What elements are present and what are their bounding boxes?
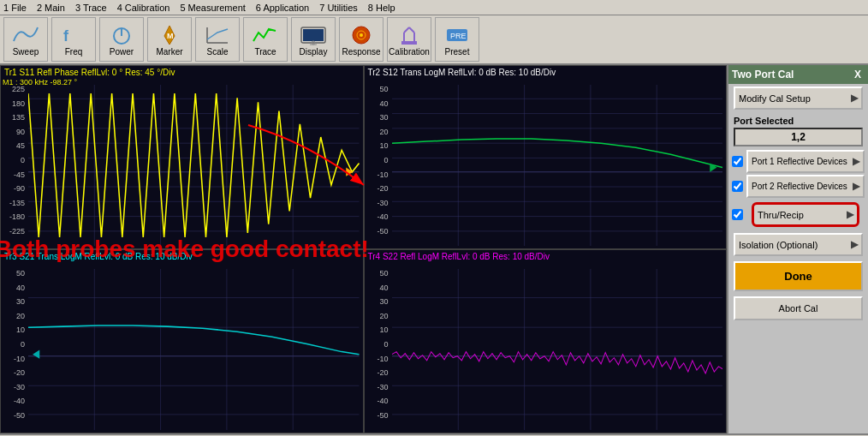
response-button[interactable]: Response — [339, 17, 383, 62]
port2-checkbox-row: Port 2 Reflective Devices ▶ — [732, 175, 865, 198]
calibration-icon — [395, 23, 423, 47]
scale-button[interactable]: Scale — [195, 17, 240, 62]
panel-close-button[interactable]: X — [851, 69, 865, 81]
chart-s12-trans: Tr2 S12 Trans LogM ReflLvl: 0 dB Res: 10… — [364, 65, 728, 249]
svg-marker-31 — [346, 168, 353, 176]
abort-cal-button[interactable]: Abort Cal — [734, 296, 863, 320]
svg-text:M: M — [167, 32, 174, 40]
menu-help[interactable]: 8 Help — [368, 3, 395, 13]
chart-s22-refl: Tr4 S22 Refl LogM ReflLvl: 0 dB Res: 10 … — [364, 249, 728, 433]
svg-rect-14 — [401, 41, 417, 45]
s11-phase-chart — [28, 85, 360, 246]
port2-checkbox[interactable] — [732, 181, 743, 192]
preset-icon: PRE — [443, 23, 471, 47]
chart-tl-title: Tr1 S11 Refl Phase ReflLvl: 0 ° Res: 45 … — [4, 68, 175, 77]
preset-button[interactable]: PRE Preset — [435, 17, 479, 62]
toolbar: Sweep f Freq Power M Marker — [0, 15, 868, 65]
marker-icon: M — [156, 23, 183, 47]
marker-button[interactable]: M Marker — [147, 17, 192, 62]
port1-checkbox[interactable] — [732, 156, 743, 167]
display-icon — [300, 23, 327, 47]
menu-measurement[interactable]: 5 Measurement — [180, 3, 245, 13]
port-selected-label: Port Selected — [734, 116, 863, 126]
power-icon — [108, 23, 135, 47]
port2-reflective-arrow-icon: ▶ — [853, 181, 859, 192]
isolation-button[interactable]: Isolation (Optional) ▶ — [734, 233, 863, 256]
port2-reflective-button[interactable]: Port 2 Reflective Devices ▶ — [746, 175, 865, 198]
chart-s21-trans: Tr3 S21 Trans LogM ReflLvl: 0 dB Res: 10… — [0, 249, 364, 433]
port-selected-value: 1,2 — [734, 128, 863, 146]
done-button[interactable]: Done — [734, 261, 863, 291]
sweep-icon — [12, 23, 39, 47]
s21-chart — [28, 269, 360, 430]
menu-trace[interactable]: 3 Trace — [75, 3, 107, 13]
right-panel: Two Port Cal X Modify Cal Setup ▶ Port S… — [727, 65, 868, 433]
port1-reflective-button[interactable]: Port 1 Reflective Devices ▶ — [746, 150, 865, 173]
thru-recip-button[interactable]: Thru/Recip ▶ — [752, 202, 859, 227]
power-button[interactable]: Power — [99, 17, 144, 62]
menu-bar: 1 File 2 Main 3 Trace 4 Calibration 5 Me… — [0, 0, 868, 15]
port1-checkbox-row: Port 1 Reflective Devices ▶ — [732, 150, 865, 173]
panel-header: Two Port Cal X — [728, 65, 868, 84]
response-icon — [348, 23, 375, 47]
menu-utilities[interactable]: 7 Utilities — [319, 3, 358, 13]
chart-br-title: Tr4 S22 Refl LogM ReflLvl: 0 dB Res: 10 … — [368, 252, 550, 261]
chart-area: Tr1 S11 Refl Phase ReflLvl: 0 ° Res: 45 … — [0, 65, 727, 433]
svg-rect-8 — [303, 29, 324, 41]
menu-calibration[interactable]: 4 Calibration — [117, 3, 170, 13]
svg-marker-56 — [33, 350, 39, 359]
port1-reflective-arrow-icon: ▶ — [853, 156, 859, 167]
s12-chart — [392, 85, 723, 246]
menu-application[interactable]: 6 Application — [256, 3, 309, 13]
isolation-arrow-icon: ▶ — [851, 239, 858, 250]
trace-icon — [252, 23, 279, 47]
display-button[interactable]: Display — [291, 17, 336, 62]
calibration-button[interactable]: Calibration — [387, 17, 431, 62]
svg-text:PRE: PRE — [450, 32, 467, 40]
trace-button[interactable]: Trace — [243, 17, 288, 62]
modify-cal-setup-button[interactable]: Modify Cal Setup ▶ — [734, 87, 863, 110]
panel-title: Two Port Cal — [732, 69, 794, 81]
chart-s11-phase: Tr1 S11 Refl Phase ReflLvl: 0 ° Res: 45 … — [0, 65, 364, 249]
thru-checkbox-row: Thru/Recip ▶ — [732, 200, 865, 230]
svg-text:f: f — [63, 27, 69, 45]
main-content: Tr1 S11 Refl Phase ReflLvl: 0 ° Res: 45 … — [0, 65, 868, 433]
thru-arrow-icon: ▶ — [847, 209, 853, 220]
chart-tl-marker: M1 : 300 kHz -98.27 ° — [3, 78, 77, 87]
scale-icon — [204, 23, 231, 47]
menu-file[interactable]: 1 File — [3, 3, 27, 13]
s22-chart — [392, 269, 723, 430]
modify-cal-arrow-icon: ▶ — [851, 93, 858, 104]
sweep-button[interactable]: Sweep — [3, 17, 48, 62]
chart-tr-title: Tr2 S12 Trans LogM ReflLvl: 0 dB Res: 10… — [368, 68, 556, 77]
svg-point-13 — [360, 33, 363, 37]
freq-icon: f — [60, 23, 87, 47]
chart-bl-title: Tr3 S21 Trans LogM ReflLvl: 0 dB Res: 10… — [4, 252, 193, 261]
menu-main[interactable]: 2 Main — [37, 3, 65, 13]
thru-checkbox[interactable] — [732, 209, 743, 220]
freq-button[interactable]: f Freq — [51, 17, 96, 62]
